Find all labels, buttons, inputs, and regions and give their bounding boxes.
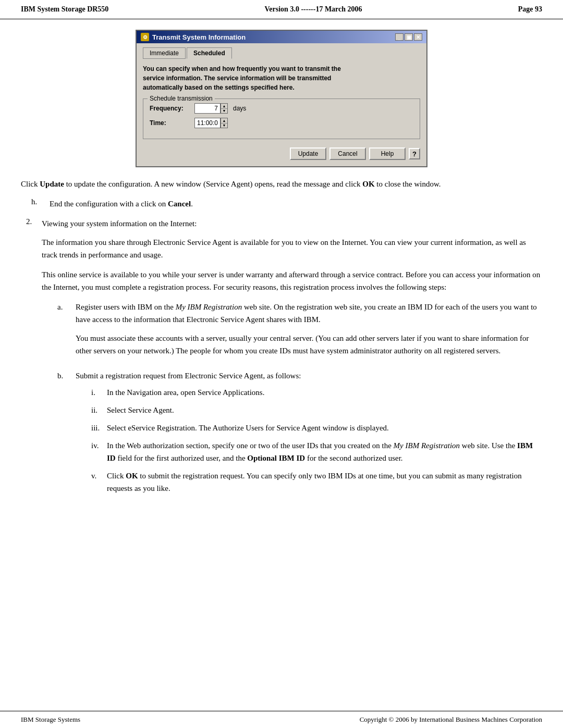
item2-text: Viewing your system information on the I…	[42, 217, 542, 230]
footer-left: IBM Storage Systems	[21, 715, 80, 724]
nested-content-b: Submit a registration request from Elect…	[76, 369, 542, 500]
time-input[interactable]	[194, 118, 221, 128]
bold-ok: OK	[362, 180, 374, 188]
time-down-button[interactable]: ▼	[221, 124, 227, 128]
sub-content-i: In the Navigation area, open Service App…	[107, 386, 542, 399]
time-arrows: ▲ ▼	[221, 118, 228, 128]
sub-content-v: Click OK to submit the registration requ…	[107, 470, 542, 495]
page-content: ⚙ Transmit System Information _ ▣ ✕ Imme…	[0, 19, 563, 544]
list-item-2: 2. Viewing your system information on th…	[21, 217, 542, 505]
frequency-spinner[interactable]: ▲ ▼	[194, 103, 228, 114]
body-para3: This online service is available to you …	[42, 268, 542, 293]
page-header: IBM System Storage DR550 Version 3.0 ---…	[0, 0, 563, 19]
nested-item-b: b. Submit a registration request from El…	[57, 369, 542, 500]
list-content-h: End the configuration with a click on Ca…	[50, 198, 542, 210]
sub-content-iv: In the Web authorization section, specif…	[107, 439, 542, 464]
time-label: Time:	[150, 119, 191, 127]
restore-button[interactable]: ▣	[405, 33, 413, 41]
help-q-button[interactable]: ?	[409, 148, 420, 159]
list-content-2: Viewing your system information on the I…	[42, 217, 542, 505]
bold-cancel: Cancel	[168, 200, 191, 208]
sub-content-iii: Select eService Registration. The Author…	[107, 422, 542, 434]
titlebar-left: ⚙ Transmit System Information	[141, 33, 246, 41]
bold-optibmid: Optional IBM ID	[247, 454, 305, 462]
footer-right: Copyright © 2006 by International Busine…	[360, 715, 542, 724]
bold-ok2: OK	[126, 472, 138, 480]
dialog-body: Immediate Scheduled You can specify when…	[137, 43, 426, 166]
italic-myibm2: My IBM Registration	[394, 441, 460, 450]
frequency-arrows: ▲ ▼	[221, 103, 228, 114]
cancel-button[interactable]: Cancel	[329, 147, 366, 160]
sub-item-v: v. Click OK to submit the registration r…	[91, 470, 542, 495]
body-para2: The information you share through Electr…	[42, 236, 542, 261]
sub-marker-v: v.	[91, 470, 107, 495]
time-row: Time: ▲ ▼	[150, 118, 413, 128]
help-button[interactable]: Help	[369, 147, 406, 160]
list-marker-2: 2.	[26, 217, 42, 505]
tab-scheduled[interactable]: Scheduled	[187, 47, 232, 59]
header-right: Page 93	[518, 5, 542, 14]
sub-marker-iii: iii.	[91, 422, 107, 434]
frequency-up-button[interactable]: ▲	[221, 104, 227, 109]
dialog-description: You can specify when and how frequently …	[143, 64, 420, 92]
nested-marker-a: a.	[57, 301, 76, 364]
update-button[interactable]: Update	[290, 147, 326, 160]
dialog-window: ⚙ Transmit System Information _ ▣ ✕ Imme…	[136, 30, 427, 167]
header-center: Version 3.0 ------17 March 2006	[265, 5, 362, 14]
list-marker-h: h.	[31, 198, 50, 210]
sub-item-i: i. In the Navigation area, open Service …	[91, 386, 542, 399]
schedule-group: Schedule transmission Frequency: ▲ ▼ day…	[143, 98, 420, 139]
nested-item-a: a. Register users with IBM on the My IBM…	[57, 301, 542, 364]
body-para4: You must associate these accounts with a…	[76, 332, 542, 357]
dialog-title: Transmit System Information	[152, 33, 246, 41]
page-footer: IBM Storage Systems Copyright © 2006 by …	[0, 711, 563, 728]
close-button[interactable]: ✕	[414, 33, 422, 41]
nested-marker-b: b.	[57, 369, 76, 500]
dialog-buttons: Update Cancel Help ?	[143, 147, 420, 160]
sub-marker-iv: iv.	[91, 439, 107, 464]
italic-myibm: My IBM Registration	[176, 303, 242, 311]
sub-item-ii: ii. Select Service Agent.	[91, 404, 542, 416]
sub-marker-ii: ii.	[91, 404, 107, 416]
frequency-row: Frequency: ▲ ▼ days	[150, 103, 413, 114]
titlebar-controls: _ ▣ ✕	[395, 33, 422, 41]
nested-list-a: a. Register users with IBM on the My IBM…	[42, 301, 542, 500]
header-left: IBM System Storage DR550	[21, 5, 108, 14]
frequency-input[interactable]	[194, 103, 221, 114]
sub-content-ii: Select Service Agent.	[107, 404, 542, 416]
sub-marker-i: i.	[91, 386, 107, 399]
sub-nested-list: i. In the Navigation area, open Service …	[76, 386, 542, 495]
frequency-label: Frequency:	[150, 105, 191, 112]
sub-item-iv: iv. In the Web authorization section, sp…	[91, 439, 542, 464]
minimize-button[interactable]: _	[395, 33, 403, 41]
body-para1: Click Update to update the configuration…	[21, 178, 542, 190]
nested-content-a: Register users with IBM on the My IBM Re…	[76, 301, 542, 364]
bold-update: Update	[40, 180, 64, 188]
list-item-h: h. End the configuration with a click on…	[21, 198, 542, 210]
tab-bar: Immediate Scheduled	[143, 47, 420, 59]
bold-ibmid: IBM ID	[107, 441, 533, 462]
dialog-icon: ⚙	[141, 33, 149, 41]
tab-immediate[interactable]: Immediate	[143, 47, 186, 59]
frequency-unit: days	[233, 105, 246, 112]
frequency-down-button[interactable]: ▼	[221, 109, 227, 114]
dialog-titlebar: ⚙ Transmit System Information _ ▣ ✕	[137, 31, 426, 43]
group-box-label: Schedule transmission	[148, 95, 215, 102]
sub-item-iii: iii. Select eService Registration. The A…	[91, 422, 542, 434]
time-spinner[interactable]: ▲ ▼	[194, 118, 228, 128]
time-up-button[interactable]: ▲	[221, 118, 227, 124]
